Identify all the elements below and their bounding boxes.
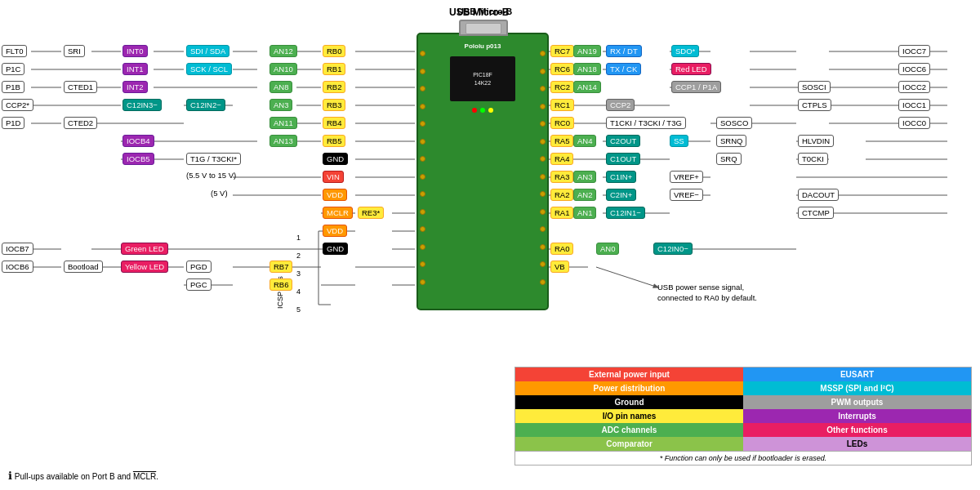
legend-io-pins: I/O pin names [515, 409, 743, 423]
legend-note: * Function can only be used if bootloade… [515, 451, 971, 465]
legend-ground: Ground [515, 395, 743, 409]
lbl-ra0: RA0 [550, 243, 573, 255]
lbl-rb3: RB3 [323, 99, 345, 111]
legend-mssp: MSSP (SPI and I²C) [743, 381, 971, 395]
page-title: USB Micro-B [457, 7, 512, 16]
lbl-cted2: CTED2 [64, 117, 97, 129]
lbl-c2out: C2OUT [606, 135, 640, 147]
legend-interrupts: Interrupts [743, 409, 971, 423]
lbl-bootload: Bootload [64, 261, 103, 273]
lbl-cted1: CTED1 [64, 81, 97, 93]
lbl-rc2: RC2 [550, 81, 574, 93]
voltage-55-15: (5.5 V to 15 V) [186, 171, 236, 180]
lbl-pgd: PGD [186, 261, 212, 273]
legend-pwm: PWM outputs [743, 395, 971, 409]
lbl-sosci: SOSCI [798, 81, 831, 93]
lbl-green-led: Green LED [121, 243, 168, 255]
lbl-ccp1-p1a: CCP1 / P1A [671, 81, 721, 93]
lbl-sdi-sda: SDI / SDA [186, 45, 229, 57]
legend-other-functions: Other functions [743, 423, 971, 437]
lbl-an3-r: AN3 [573, 171, 596, 183]
lbl-pgc: PGC [186, 278, 212, 291]
lbl-yellow-led: Yellow LED [121, 261, 168, 273]
lbl-dacout: DACOUT [798, 189, 839, 201]
lbl-rc6: RC6 [550, 63, 574, 75]
lbl-sri: SRI [64, 45, 85, 57]
lbl-rb7: RB7 [270, 261, 292, 273]
lbl-vdd-l11: VDD [323, 225, 347, 237]
lbl-an8: AN8 [270, 81, 292, 93]
lbl-ctpls: CTPLS [798, 99, 831, 111]
lbl-iocb4: IOCB4 [122, 135, 154, 147]
lbl-ctcmp: CTCMP [798, 207, 834, 219]
lbl-an11: AN11 [270, 117, 297, 129]
lbl-p1d: P1D [2, 117, 24, 129]
lbl-c12in1n: C12IN1− [606, 207, 645, 219]
lbl-iocb7: IOCB7 [2, 243, 33, 255]
lbl-rb2: RB2 [323, 81, 345, 93]
lbl-vrefn: VREF− [670, 189, 703, 201]
info-note-text: Pull-ups available on Port B and MCLR. [15, 472, 158, 481]
lbl-tx-ck: TX / CK [606, 63, 641, 75]
lbl-iocb5: IOCB5 [122, 153, 154, 165]
lbl-an12: AN12 [270, 45, 297, 57]
lbl-mclr: MCLR [323, 207, 353, 219]
lbl-gnd-l7: GND [323, 153, 348, 165]
lbl-ra5: RA5 [550, 135, 573, 147]
lbl-c1inp: C1IN+ [606, 171, 636, 183]
usb-connector [459, 20, 508, 36]
lbl-iocc6: IOCC6 [898, 63, 930, 75]
legend-comparator: Comparator [515, 437, 743, 451]
info-note: ℹ Pull-ups available on Port B and MCLR. [8, 470, 158, 482]
lbl-sosco: SOSCO [716, 117, 752, 129]
lbl-rb4: RB4 [323, 117, 345, 129]
lbl-t0cki: T0CKI [798, 153, 828, 165]
lbl-sck-scl: SCK / SCL [186, 63, 232, 75]
lbl-iocc1: IOCC1 [898, 99, 930, 111]
lbl-rc7: RC7 [550, 45, 574, 57]
lbl-an19: AN19 [573, 45, 601, 57]
legend-external-power: External power input [515, 368, 743, 381]
lbl-re3: RE3* [358, 207, 384, 219]
lbl-rb1: RB1 [323, 63, 345, 75]
lbl-ra3: RA3 [550, 171, 573, 183]
lbl-vb: VB [550, 261, 569, 273]
lbl-hlvdin: HLVDIN [798, 135, 834, 147]
lbl-iocc7: IOCC7 [898, 45, 930, 57]
lbl-vrefp: VREF+ [670, 171, 703, 183]
lbl-an0: AN0 [596, 243, 619, 255]
lbl-vdd-l9: VDD [323, 189, 347, 201]
lbl-ra1: RA1 [550, 207, 573, 219]
legend-leds: LEDs [743, 437, 971, 451]
lbl-an4: AN4 [573, 135, 596, 147]
legend-eusart: EUSART [743, 368, 971, 381]
lbl-c2inp: C2IN+ [606, 189, 636, 201]
lbl-ccp2-r: CCP2 [606, 99, 635, 111]
legend-power-dist: Power distribution [515, 381, 743, 395]
lbl-rc1: RC1 [550, 99, 574, 111]
lbl-p1b: P1B [2, 81, 24, 93]
lbl-iocb6: IOCB6 [2, 261, 33, 273]
lbl-t1g-t3cki: T1G / T3CKI* [186, 153, 241, 165]
yellow-led-indicator [488, 108, 493, 113]
lbl-int1: INT1 [122, 63, 148, 75]
ic-chip: PIC18F14K22 [450, 56, 515, 101]
lbl-rb6: RB6 [270, 278, 292, 291]
lbl-flt0: FLT0 [2, 45, 27, 57]
lbl-an1: AN1 [573, 207, 596, 219]
lbl-rb0: RB0 [323, 45, 345, 57]
lbl-an3: AN3 [270, 99, 292, 111]
icsp-numbers: 12345 [296, 229, 301, 318]
lbl-rc0: RC0 [550, 117, 574, 129]
voltage-5: (5 V) [211, 189, 228, 198]
lbl-vin: VIN [323, 171, 344, 183]
green-led-indicator [480, 108, 485, 113]
lbl-c12in3n: C12IN3− [122, 99, 162, 111]
lbl-red-led: Red LED [671, 63, 711, 75]
chip-board: Pololu p013 PIC18F14K22 [416, 33, 549, 310]
lbl-an14: AN14 [573, 81, 601, 93]
board-brand: Pololu p013 [418, 42, 547, 50]
lbl-rx-dt: RX / DT [606, 45, 642, 57]
lbl-an13: AN13 [270, 135, 297, 147]
lbl-sdo: SDO* [671, 45, 699, 57]
